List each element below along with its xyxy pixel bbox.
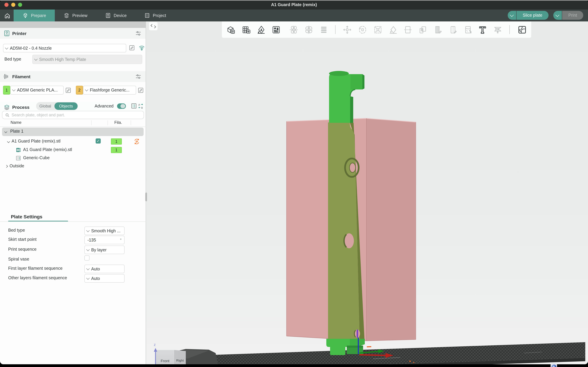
tab-label: Preview [72, 13, 87, 18]
setting-value: Smooth High ... [91, 228, 120, 233]
tree-row-group[interactable]: Outside [0, 162, 146, 171]
printer-settings-button[interactable] [135, 30, 142, 37]
parameter-list-button[interactable] [131, 103, 137, 109]
scale-button[interactable] [372, 24, 384, 35]
printer-connection-button[interactable] [138, 44, 145, 51]
edit-filament-2-button[interactable] [137, 87, 144, 93]
orientation-gizmo[interactable]: Front Right z y x [154, 342, 186, 364]
resync-object-button[interactable] [133, 138, 140, 145]
slice-split-button: Slice plate [508, 11, 548, 20]
split-to-objects-icon [289, 25, 298, 34]
setting-control-select[interactable]: By layer [84, 246, 125, 254]
tree-row-plate[interactable]: Plate 1 [0, 127, 146, 136]
cut-button[interactable] [402, 24, 413, 35]
setting-control-number[interactable]: -135° [84, 236, 125, 244]
tab-prepare[interactable]: Prepare [14, 9, 55, 21]
model-top[interactable] [329, 71, 364, 123]
tab-device[interactable]: Device [96, 9, 135, 21]
sidebar-resize-handle[interactable] [145, 192, 147, 201]
search-input[interactable]: Search plate, object and part. [2, 111, 144, 119]
advanced-toggle[interactable] [117, 103, 126, 109]
setting-control-checkbox[interactable] [84, 255, 125, 264]
svg-text:A: A [138, 103, 140, 106]
gizmo-right-label[interactable]: Right [176, 359, 184, 362]
print-split-button: Print [553, 11, 583, 20]
search-placeholder: Search plate, object and part. [12, 113, 65, 117]
filament-2-swatch[interactable]: 2 [76, 86, 83, 95]
chevron-expanded-icon[interactable] [7, 140, 10, 143]
chevron-right-icon [153, 25, 156, 28]
print-button[interactable]: Print [562, 11, 583, 20]
chevron-down-icon [555, 13, 559, 17]
lay-on-face-button[interactable] [387, 24, 399, 35]
printer-section-label: Printer [12, 31, 26, 36]
slice-plate-button[interactable]: Slice plate [517, 11, 548, 20]
bed-type-select[interactable]: Smooth High Temp Plate [32, 55, 142, 64]
move-button[interactable] [341, 24, 353, 35]
add-object-button[interactable] [225, 24, 236, 35]
compare-presets-button[interactable]: A B [137, 103, 144, 109]
tree-row-part[interactable]: A1 Guard Plate (remix).stl 1 [0, 146, 146, 154]
dock-app-icon[interactable] [551, 364, 557, 367]
setting-checkbox[interactable] [84, 255, 90, 260]
arrange-button[interactable] [270, 24, 282, 35]
setting-control-select[interactable]: Smooth High ... [84, 226, 125, 235]
setting-control-select[interactable]: Auto [84, 265, 125, 273]
printer-section-header: Printer [0, 28, 146, 39]
text-tool-button[interactable] [477, 24, 488, 35]
print-options-button[interactable] [553, 11, 562, 20]
assembly-view-button[interactable] [516, 24, 528, 35]
viewport-3d[interactable]: Front Right z y x [146, 21, 588, 364]
filament-1-select[interactable]: AD5M Generic PLA... [10, 86, 64, 95]
filament-1-swatch[interactable]: 1 [3, 86, 10, 95]
filament-settings-button[interactable] [135, 73, 142, 80]
variable-layer-height-button[interactable] [432, 24, 444, 35]
split-to-parts-button[interactable] [303, 24, 314, 35]
prepare-icon [23, 13, 28, 18]
tab-label: Project [153, 13, 166, 18]
edit-filament-1-button[interactable] [65, 87, 71, 93]
filament-badge[interactable]: 1 [111, 147, 122, 153]
tab-preview[interactable]: Preview [55, 9, 96, 21]
color-painting-button[interactable] [462, 24, 474, 35]
chevron-down-icon [85, 88, 88, 91]
gizmo-front-label[interactable]: Front [161, 359, 169, 363]
setting-control-select[interactable]: Auto [84, 274, 125, 283]
measure-button[interactable] [492, 24, 503, 35]
split-to-objects-button[interactable] [288, 24, 299, 35]
slice-options-button[interactable] [508, 11, 516, 20]
chevron-down-icon [510, 13, 514, 17]
rotate-icon [358, 25, 367, 34]
parameter-list-icon [131, 103, 137, 109]
add-plate-button[interactable] [240, 24, 252, 35]
edit-printer-button[interactable] [129, 45, 135, 51]
variable-layer-height-icon [433, 25, 443, 34]
filament-badge[interactable]: 1 [111, 138, 122, 145]
nav-actions: Slice plate Print [508, 11, 583, 20]
printer-preset-select[interactable]: AD5M-02 - 0.4 Nozzle [3, 44, 126, 52]
nav-tabs: Prepare Preview Device [14, 9, 175, 21]
x-axis-arrow [359, 355, 386, 355]
filament-2-select[interactable]: Flashforge Generic... [83, 86, 136, 95]
chevron-collapsed-icon[interactable] [5, 165, 8, 168]
scope-objects[interactable]: Objects [54, 102, 78, 110]
mesh-boolean-button[interactable] [417, 24, 428, 35]
move-icon [343, 25, 352, 34]
object-list-button[interactable] [318, 24, 329, 35]
tree-row-modifier[interactable]: Generic-Cube [0, 154, 146, 163]
scene-3d: Front Right z y x [146, 38, 588, 364]
tab-project[interactable]: Project [135, 9, 175, 21]
printer-preset-value: AD5M-02 - 0.4 Nozzle [10, 46, 52, 50]
seam-painting-button[interactable] [447, 24, 459, 35]
setting-label: Print sequence [8, 247, 37, 252]
rotate-button[interactable] [357, 24, 368, 35]
collapse-sidebar-button[interactable] [149, 22, 158, 30]
scope-global[interactable]: Global [36, 104, 54, 108]
auto-orient-button[interactable] [255, 24, 267, 35]
screen: A1 Guard Plate (remix) Prepare [0, 0, 588, 367]
process-scope-toggle: Global Objects [36, 102, 78, 110]
object-visibility-checkbox[interactable]: ✓ [96, 138, 101, 143]
filament-1-name: AD5M Generic PLA... [17, 88, 58, 92]
home-button[interactable] [3, 12, 11, 20]
tree-row-object[interactable]: A1 Guard Plate (remix).stl ✓ 1 [0, 137, 146, 146]
